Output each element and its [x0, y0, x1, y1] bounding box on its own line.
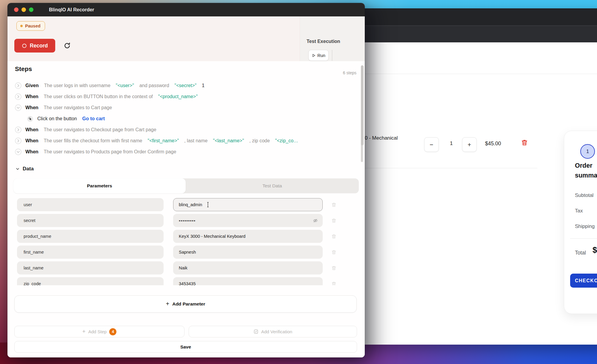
steps-count: 6 steps — [343, 70, 356, 75]
recorder-header: Paused Record Test Execution Run — [7, 16, 365, 61]
order-summary-row: Shipping — [575, 223, 595, 239]
parameter-row: zip_code3453435 — [13, 277, 359, 285]
step-text: "<user>" — [116, 83, 134, 88]
data-tabbar: Parameters Test Data — [13, 178, 359, 193]
step-row[interactable]: WhenThe user clicks on BUTTON button in … — [7, 91, 361, 102]
close-window-button[interactable] — [14, 7, 19, 12]
chevron-down-icon[interactable] — [15, 149, 21, 155]
recorder-body: Steps 6 steps GivenThe user logs in with… — [7, 61, 365, 357]
delete-parameter-icon[interactable] — [331, 265, 337, 271]
step-text: The user navigates to Cart page — [44, 105, 112, 110]
data-section-header[interactable]: Data — [16, 166, 34, 172]
chevron-right-icon[interactable] — [15, 82, 21, 89]
remove-item-trash-icon[interactable] — [521, 139, 528, 148]
parameter-name-field[interactable]: product_name — [17, 230, 164, 243]
parameter-name-field[interactable]: user — [17, 198, 164, 211]
chevron-down-icon[interactable] — [15, 104, 21, 111]
total-amount: $ — [593, 246, 597, 255]
parameter-name-field[interactable]: secret — [17, 214, 164, 227]
parameter-name-field[interactable]: first_name — [17, 246, 164, 259]
parameter-value-field[interactable]: 3453435 — [173, 277, 323, 285]
chevron-right-icon[interactable] — [15, 127, 21, 133]
total-label: Total — [575, 250, 586, 256]
step-text: , last name — [184, 138, 207, 144]
delete-parameter-icon[interactable] — [331, 234, 337, 239]
run-button[interactable]: Run — [308, 50, 329, 61]
parameter-name-field[interactable]: last_name — [17, 261, 164, 274]
step-text: "<product_name>" — [158, 94, 198, 99]
zoom-window-button[interactable] — [29, 7, 33, 12]
parameter-value-field[interactable]: blinq_admin — [173, 198, 323, 211]
parameter-list: userblinq_adminsecret•••••••••product_na… — [13, 198, 359, 285]
checkout-step-badge: 1 — [580, 144, 595, 159]
refresh-icon[interactable] — [63, 41, 71, 50]
toolbar-divider — [332, 50, 332, 61]
step-link[interactable]: Go to cart — [82, 116, 105, 121]
add-step-count-badge: 4 — [109, 328, 116, 335]
recorder-window: BlinqIO AI Recorder Paused Record Test E… — [7, 3, 365, 357]
step-row[interactable]: WhenThe user fills the checkout form wit… — [7, 135, 361, 146]
step-text: The user navigates to Checkout page from… — [44, 127, 156, 132]
order-summary-rows: SubtotalTaxShipping — [575, 192, 595, 239]
parameter-value-field[interactable]: ••••••••• — [173, 214, 323, 227]
parameter-value-field[interactable]: KeyX 3000 - Mechanical Keyboard — [173, 230, 323, 243]
parameter-name-field[interactable]: zip_code — [17, 277, 164, 285]
step-text: The user navigates to Products page from… — [44, 149, 176, 155]
delete-parameter-icon[interactable] — [331, 249, 337, 255]
plus-icon: + — [82, 328, 86, 335]
add-parameter-button[interactable]: + Add Parameter — [14, 295, 357, 313]
step-text: When — [25, 149, 39, 155]
add-verification-button[interactable]: Add Verification — [189, 326, 357, 337]
step-text: "<zip_co… — [275, 138, 298, 144]
step-text: When — [25, 127, 39, 132]
step-row[interactable]: GivenThe user logs in with username"<use… — [7, 80, 361, 91]
delete-parameter-icon[interactable] — [331, 281, 337, 286]
step-text: When — [25, 105, 39, 110]
chevron-right-icon[interactable] — [15, 138, 21, 144]
save-button[interactable]: Save — [14, 341, 357, 353]
cart-item-price: $45.00 — [485, 141, 501, 147]
steps-heading: Steps — [15, 65, 32, 73]
quantity-decrease-button[interactable]: − — [424, 137, 439, 152]
quantity-value: 1 — [445, 141, 457, 146]
tab-parameters[interactable]: Parameters — [13, 178, 186, 193]
delete-parameter-icon[interactable] — [331, 202, 337, 208]
chevron-right-icon[interactable] — [15, 93, 21, 100]
record-button[interactable]: Record — [14, 39, 55, 53]
step-row[interactable]: WhenThe user navigates to Cart page — [7, 102, 361, 113]
eye-off-icon[interactable] — [313, 218, 318, 224]
parameter-row: product_nameKeyX 3000 - Mechanical Keybo… — [13, 230, 359, 243]
step-row[interactable]: Click on the buttonGo to cart — [7, 113, 361, 124]
add-step-button[interactable]: + Add Step 4 — [14, 326, 184, 337]
data-section-title: Data — [23, 166, 34, 172]
checkout-button[interactable]: CHECKOUT — [570, 274, 597, 288]
order-summary-divider — [570, 238, 597, 239]
quantity-increase-button[interactable]: + — [462, 137, 477, 152]
parameter-row: last_nameNaik — [13, 261, 359, 274]
step-text: Given — [25, 83, 39, 88]
step-text: Click on the button — [37, 116, 77, 121]
order-summary-card: 1 Order summary SubtotalTaxShipping Tota… — [564, 131, 597, 314]
order-summary-row: Tax — [575, 208, 595, 223]
parameter-scrollbar[interactable] — [361, 65, 364, 145]
parameter-row: first_nameSapnesh — [13, 246, 359, 259]
screen: 0 - Mechanical − 1 + $45.00 1 Order summ… — [0, 0, 597, 364]
step-text: When — [25, 138, 39, 144]
minimize-window-button[interactable] — [21, 7, 26, 12]
tab-test-data[interactable]: Test Data — [186, 178, 359, 193]
parameter-value-field[interactable]: Sapnesh — [173, 246, 323, 259]
step-text: The user fills the checkout form with fi… — [44, 138, 142, 144]
parameter-value-field[interactable]: Naik — [173, 261, 323, 274]
window-titlebar[interactable]: BlinqIO AI Recorder — [7, 3, 365, 16]
record-circle-icon — [22, 43, 27, 48]
step-row[interactable]: WhenThe user navigates to Checkout page … — [7, 124, 361, 135]
step-row[interactable]: WhenThe user navigates to Products page … — [7, 146, 361, 157]
test-execution-label: Test Execution — [307, 39, 340, 44]
delete-parameter-icon[interactable] — [331, 218, 337, 223]
order-summary-row: Subtotal — [575, 192, 595, 208]
window-title: BlinqIO AI Recorder — [49, 7, 94, 13]
click-icon — [27, 115, 33, 122]
chevron-down-icon — [16, 167, 20, 171]
step-text: and password — [139, 83, 169, 88]
plus-icon: + — [166, 300, 170, 307]
